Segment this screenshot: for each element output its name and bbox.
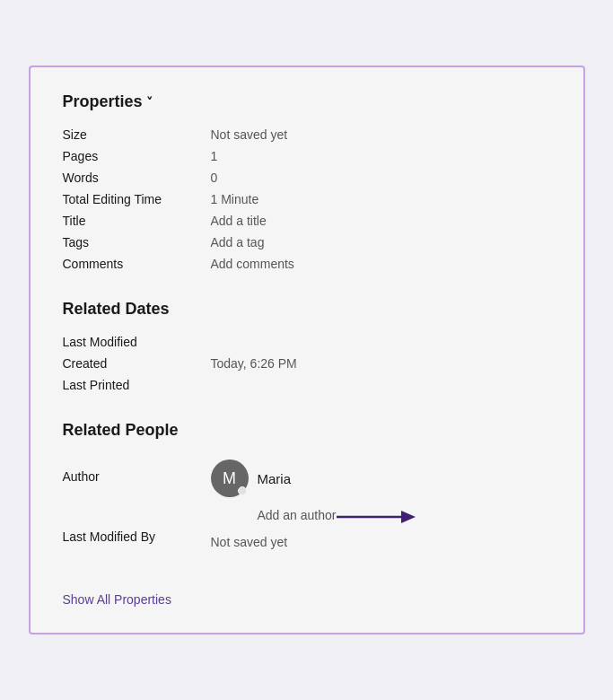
prop-label-size: Size	[63, 124, 211, 145]
author-name: Maria	[258, 471, 292, 486]
related-people-title-text: Related People	[63, 421, 179, 440]
prop-value-words: 0	[211, 167, 551, 188]
date-value-last-modified	[211, 331, 551, 353]
author-row: Author M Maria	[63, 452, 551, 501]
svg-marker-1	[401, 511, 416, 523]
prop-label-words: Words	[63, 167, 211, 188]
table-row: Pages 1	[63, 145, 551, 167]
related-dates-section-title: Related Dates	[63, 300, 551, 319]
related-people-section-title: Related People	[63, 421, 551, 440]
add-author-text[interactable]: Add an author	[258, 508, 337, 522]
date-value-last-printed	[211, 374, 551, 396]
author-label: Author	[63, 452, 211, 501]
avatar-initial: M	[223, 469, 236, 488]
author-value: M Maria	[211, 452, 551, 501]
last-modified-by-row: Last Modified By Not saved yet	[63, 526, 551, 553]
date-label-last-modified: Last Modified	[63, 331, 211, 353]
prop-label-comments: Comments	[63, 253, 211, 275]
prop-value-pages: 1	[211, 145, 551, 167]
properties-section-title: Properties ˅	[63, 92, 551, 111]
table-row: Last Modified	[63, 331, 551, 353]
prop-value-title[interactable]: Add a title	[211, 210, 551, 232]
prop-label-tags: Tags	[63, 232, 211, 253]
table-row[interactable]: Title Add a title	[63, 210, 551, 232]
properties-title-text: Properties	[63, 92, 143, 111]
table-row: Created Today, 6:26 PM	[63, 353, 551, 374]
table-row: Total Editing Time 1 Minute	[63, 188, 551, 210]
prop-value-comments[interactable]: Add comments	[211, 253, 551, 275]
properties-table: Size Not saved yet Pages 1 Words 0 Total…	[63, 124, 551, 275]
date-label-last-printed: Last Printed	[63, 374, 211, 396]
show-all-properties-link[interactable]: Show All Properties	[63, 592, 171, 607]
table-row[interactable]: Tags Add a tag	[63, 232, 551, 253]
prop-label-pages: Pages	[63, 145, 211, 167]
date-label-created: Created	[63, 353, 211, 374]
last-modified-by-label: Last Modified By	[63, 526, 211, 553]
prop-label-title: Title	[63, 210, 211, 232]
avatar: M	[211, 459, 249, 497]
properties-panel: Properties ˅ Size Not saved yet Pages 1 …	[29, 66, 585, 634]
add-author-container: Add an author	[211, 508, 551, 522]
related-dates-title-text: Related Dates	[63, 300, 170, 319]
table-row: Last Printed	[63, 374, 551, 396]
add-author-value-cell: Add an author	[211, 501, 551, 526]
author-info: M Maria	[211, 459, 551, 497]
prop-value-editing-time: 1 Minute	[211, 188, 551, 210]
related-dates-table: Last Modified Created Today, 6:26 PM Las…	[63, 331, 551, 396]
avatar-status-indicator	[238, 486, 247, 495]
table-row[interactable]: Comments Add comments	[63, 253, 551, 275]
add-author-row[interactable]: Add an author	[63, 501, 551, 526]
properties-chevron-icon[interactable]: ˅	[146, 95, 153, 109]
prop-value-tags[interactable]: Add a tag	[211, 232, 551, 253]
prop-value-size: Not saved yet	[211, 124, 551, 145]
related-people-table: Author M Maria Add an author	[63, 452, 551, 553]
arrow-icon	[337, 504, 417, 529]
table-row: Words 0	[63, 167, 551, 188]
last-modified-by-value: Not saved yet	[211, 526, 551, 553]
table-row: Size Not saved yet	[63, 124, 551, 145]
prop-label-editing-time: Total Editing Time	[63, 188, 211, 210]
add-author-label-cell	[63, 501, 211, 526]
date-value-created: Today, 6:26 PM	[211, 353, 551, 374]
